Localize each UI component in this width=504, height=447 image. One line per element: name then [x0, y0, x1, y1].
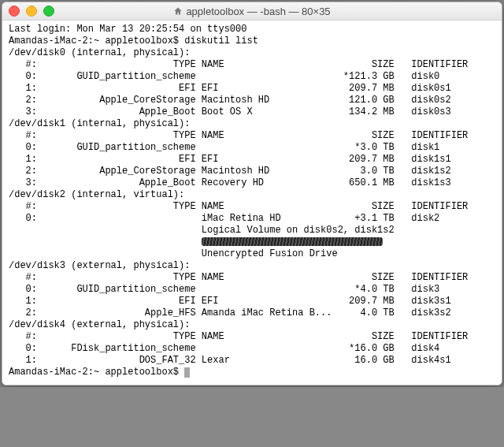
terminal-line: 1: DOS_FAT_32 Lexar 16.0 GB disk4s1: [9, 355, 497, 367]
terminal-line: #: TYPE NAME SIZE IDENTIFIER: [9, 130, 497, 142]
terminal-line: /dev/disk1 (internal, physical):: [9, 118, 497, 130]
terminal-line: #: TYPE NAME SIZE IDENTIFIER: [9, 201, 497, 213]
terminal-line: 3: Apple_Boot Boot OS X 134.2 MB disk0s3: [9, 106, 497, 118]
terminal-line: 0: iMac Retina HD +3.1 TB disk2: [9, 213, 497, 225]
terminal-line: 3: Apple_Boot Recovery HD 650.1 MB disk1…: [9, 177, 497, 189]
terminal-content[interactable]: Last login: Mon Mar 13 20:25:54 on ttys0…: [2, 20, 502, 385]
terminal-line: 2: Apple_CoreStorage Macintosh HD 3.0 TB…: [9, 166, 497, 177]
window-title-text: appletoolbox — -bash — 80×35: [186, 6, 330, 17]
terminal-line: /dev/disk4 (external, physical):: [9, 319, 497, 331]
terminal-line: 1: EFI EFI 209.7 MB disk3s1: [9, 296, 497, 307]
redacted-uuid: [202, 237, 383, 246]
terminal-line: 0: GUID_partition_scheme *4.0 TB disk3: [9, 284, 497, 296]
titlebar: appletoolbox — -bash — 80×35: [2, 2, 502, 20]
terminal-line: Unencrypted Fusion Drive: [9, 248, 497, 260]
minimize-icon[interactable]: [26, 6, 37, 17]
terminal-line: #: TYPE NAME SIZE IDENTIFIER: [9, 331, 497, 343]
terminal-line: /dev/disk2 (internal, virtual):: [9, 189, 497, 201]
window-title: appletoolbox — -bash — 80×35: [2, 6, 502, 17]
terminal-line: 0: FDisk_partition_scheme *16.0 GB disk4: [9, 343, 497, 355]
terminal-line: Logical Volume on disk0s2, disk1s2: [9, 225, 497, 237]
terminal-line: /dev/disk3 (external, physical):: [9, 260, 497, 272]
terminal-line: Amandas-iMac-2:~ appletoolbox$ diskutil …: [9, 35, 497, 47]
terminal-line: Last login: Mon Mar 13 20:25:54 on ttys0…: [9, 24, 497, 35]
terminal-line: 1: EFI EFI 209.7 MB disk0s1: [9, 83, 497, 95]
zoom-icon[interactable]: [43, 6, 54, 17]
terminal-line: #: TYPE NAME SIZE IDENTIFIER: [9, 272, 497, 284]
terminal-line: 0: GUID_partition_scheme *3.0 TB disk1: [9, 142, 497, 154]
home-icon: [173, 6, 183, 16]
prompt: Amandas-iMac-2:~ appletoolbox$: [9, 367, 184, 378]
terminal-line: 2: Apple_HFS Amanda iMac Retina B... 4.0…: [9, 307, 497, 319]
terminal-line: #: TYPE NAME SIZE IDENTIFIER: [9, 59, 497, 71]
terminal-line: 2: Apple_CoreStorage Macintosh HD 121.0 …: [9, 95, 497, 106]
terminal-line: 0: GUID_partition_scheme *121.3 GB disk0: [9, 71, 497, 83]
cursor: [184, 367, 190, 378]
close-icon[interactable]: [9, 6, 20, 17]
terminal-line: /dev/disk0 (internal, physical):: [9, 47, 497, 59]
window-controls: [9, 6, 54, 17]
terminal-line: 1: EFI EFI 209.7 MB disk1s1: [9, 154, 497, 166]
terminal-window: appletoolbox — -bash — 80×35 Last login:…: [2, 2, 502, 386]
terminal-line: [9, 237, 497, 248]
terminal-line: Amandas-iMac-2:~ appletoolbox$: [9, 367, 497, 378]
